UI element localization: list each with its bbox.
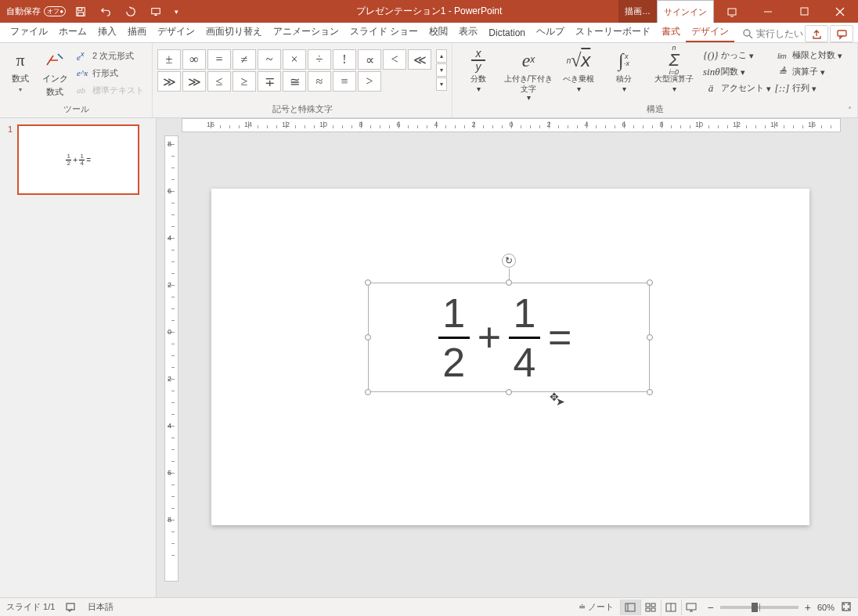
symbol-cell[interactable]: < [383,49,406,70]
symbol-cell[interactable]: × [283,49,306,70]
tab-view[interactable]: 表示 [453,22,483,42]
symbol-cell[interactable]: > [358,71,381,92]
reading-view-icon[interactable] [661,600,681,615]
zoom-out-button[interactable]: − [708,601,714,614]
lim-icon: lim [774,49,790,62]
symbol-cell[interactable]: ≅ [283,71,306,92]
svg-rect-18 [651,608,655,611]
symbol-cell[interactable]: = [207,49,231,70]
symbol-cell[interactable]: ≤ [207,71,231,92]
autosave-switch[interactable]: オフ ● [44,6,66,16]
tab-draw[interactable]: 描画 [122,22,152,42]
zoom-slider[interactable] [720,606,799,609]
symbol-scroll[interactable]: ▴▾▾ [436,49,447,92]
tell-me-search[interactable]: 実行したい [743,27,803,41]
symbol-cell[interactable]: ! [333,49,356,70]
tab-review[interactable]: 校閲 [424,22,453,42]
status-bar: スライド 1/1 日本語 ≐ ノート − + 60% [0,597,858,616]
ribbon-tabs: ファイル ホーム 挿入 描画 デザイン 画面切り替え アニメーション スライド … [0,23,858,43]
fit-to-window-icon[interactable] [841,601,852,614]
professional-2d-button[interactable]: ex2 次元形式 [74,48,147,63]
symbol-cell[interactable]: ∓ [258,71,281,92]
symbol-cell[interactable]: ± [157,49,181,70]
function-button[interactable]: sinθ関数 ▾ [703,64,771,80]
tab-dictation[interactable]: Dictation [483,24,531,42]
tab-home[interactable]: ホーム [53,22,92,42]
symbol-cell[interactable]: ≈ [308,71,331,92]
group-label-tools: ツール [5,102,147,117]
zoom-in-button[interactable]: + [805,601,811,614]
drawing-tools-context-tab[interactable]: 描画… [618,0,657,23]
slideshow-start-icon[interactable] [146,2,166,21]
share-button[interactable] [805,25,828,42]
slide-canvas[interactable]: ↻ 12 + 14 = ✥➤ [211,189,809,525]
symbol-cell[interactable]: ≥ [233,71,256,92]
symbol-cell[interactable]: ÷ [308,49,331,70]
sorter-view-icon[interactable] [640,600,661,615]
equation-content[interactable]: 12 + 14 = [369,283,649,391]
comments-button[interactable] [830,25,853,42]
integral-button[interactable]: ∫x-x積分▾ [603,46,645,93]
large-operator-button[interactable]: nΣi=0大型演算子▾ [648,46,700,93]
autosave-toggle[interactable]: 自動保存 オフ ● [6,5,66,17]
symbol-cell[interactable]: ~ [258,49,281,70]
tab-slideshow[interactable]: スライド ショー [344,22,424,42]
symbol-cell[interactable]: ≪ [408,49,431,70]
save-icon[interactable] [70,2,91,21]
signin-button[interactable]: サインイン [657,0,714,23]
symbol-cell[interactable]: ≫ [157,71,181,92]
slideshow-view-icon[interactable] [681,600,701,615]
qat-customize-icon[interactable]: ▾ [171,2,182,21]
svg-point-9 [744,30,750,36]
linear-format-button[interactable]: e^x行形式 [74,65,147,81]
window-title: プレゼンテーション1 - PowerPoint [356,5,503,18]
tab-equation-design[interactable]: デザイン [686,22,734,42]
equation-text-box[interactable]: ↻ 12 + 14 = [368,283,650,392]
slide-thumbnail-pane[interactable]: 1 12 + 14 = [0,118,157,597]
collapse-ribbon-icon[interactable]: ˄ [845,104,855,116]
close-icon[interactable] [822,0,858,23]
plain-text-button[interactable]: ab標準テキスト [74,82,147,98]
tab-help[interactable]: ヘルプ [531,22,570,42]
slide-indicator[interactable]: スライド 1/1 [6,601,55,613]
equation-button[interactable]: π 数式▾ [5,46,36,93]
symbol-cell[interactable]: ≫ [182,71,206,92]
tab-insert[interactable]: 挿入 [92,22,122,42]
normal-view-icon[interactable] [620,600,640,615]
symbol-cell[interactable]: ≡ [333,71,356,92]
tab-animations[interactable]: アニメーション [268,22,344,42]
maximize-icon[interactable] [786,0,822,23]
tab-file[interactable]: ファイル [5,22,53,42]
radical-button[interactable]: n√xべき乗根▾ [557,46,600,93]
group-label-structures: 構造 [457,102,853,117]
svg-rect-15 [646,603,650,607]
ribbon-display-icon[interactable] [714,0,750,23]
tab-transitions[interactable]: 画面切り替え [200,22,268,42]
ink-equation-button[interactable]: インク数式 [39,46,70,98]
rotate-handle-icon[interactable]: ↻ [502,254,516,268]
subscript-superscript-button[interactable]: ex上付き/下付き文字▾ [503,46,554,102]
group-label-symbols: 記号と特殊文字 [157,102,447,117]
symbol-cell[interactable]: ≠ [233,49,256,70]
tab-design[interactable]: デザイン [152,22,200,42]
matrix-button[interactable]: [::]行列 ▾ [774,81,842,96]
accent-button[interactable]: äアクセント ▾ [703,81,771,96]
spellcheck-icon[interactable] [66,601,77,614]
bracket-button[interactable]: {()}かっこ ▾ [703,48,771,63]
symbol-cell[interactable]: ∝ [358,49,381,70]
tab-storyboarding[interactable]: ストーリーボード [570,22,656,42]
group-symbols: ±∞=≠~×÷!∝<≪≫≫≤≥∓≅≈≡> ▴▾▾ 記号と特殊文字 [153,43,452,117]
slide-thumbnail-1[interactable]: 1 12 + 14 = [8,124,148,195]
zoom-percent[interactable]: 60% [817,603,835,612]
minimize-icon[interactable] [750,0,786,23]
symbol-cell[interactable]: ∞ [182,49,206,70]
limit-log-button[interactable]: lim極限と対数 ▾ [774,48,842,63]
language-indicator[interactable]: 日本語 [88,601,114,613]
slide-editor[interactable]: 1614121086420246810121416 864202468 ↻ 12… [157,118,858,597]
notes-button[interactable]: ≐ ノート [579,601,614,613]
redo-icon[interactable] [121,2,141,21]
undo-icon[interactable] [96,2,116,21]
fraction-button[interactable]: xy分数▾ [457,46,499,93]
tab-format[interactable]: 書式 [656,22,686,42]
operator-button[interactable]: ≜演算子 ▾ [774,64,842,80]
